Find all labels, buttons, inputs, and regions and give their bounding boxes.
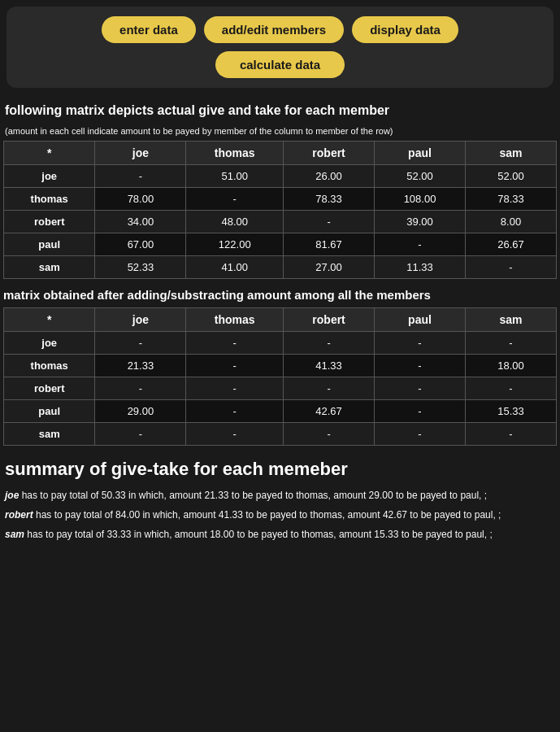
table-cell: - [186,377,284,400]
table-cell: 41.33 [284,355,375,377]
summary-items: joe has to pay total of 50.33 in which, … [5,488,555,542]
table-cell: - [284,423,375,446]
table-cell: 52.33 [95,255,186,278]
table-row: joe----- [4,332,557,355]
table-cell: 48.00 [186,210,284,233]
table-cell: - [375,423,466,446]
table-cell: - [284,210,375,233]
table-cell: joe [4,332,95,355]
table-cell: 67.00 [95,233,186,255]
table-cell: 122.00 [186,233,284,255]
table-cell: 8.00 [465,210,556,233]
table-cell: - [186,187,284,210]
matrix2-col-sam: sam [465,308,556,332]
table-row: thomas21.33-41.33-18.00 [4,355,557,377]
table-cell: paul [4,400,95,423]
matrix2-header-row: * joe thomas robert paul sam [4,308,557,332]
add-edit-members-button[interactable]: add/edit members [204,16,344,43]
table-cell: 18.00 [465,355,556,377]
table-cell: - [465,423,556,446]
matrix1-col-robert: robert [284,141,375,164]
table-cell: - [375,233,466,255]
table-cell: - [95,332,186,355]
summary-item: robert has to pay total of 84.00 in whic… [5,508,555,522]
matrix1-col-paul: paul [375,141,466,164]
table-row: sam52.3341.0027.0011.33- [4,255,557,278]
table-row: paul29.00-42.67-15.33 [4,400,557,423]
table-cell: 39.00 [375,210,466,233]
table-row: joe-51.0026.0052.0052.00 [4,164,557,187]
table-cell: - [186,423,284,446]
summary-title: summary of give-take for each memeber [5,459,555,480]
table-cell: robert [4,210,95,233]
table-cell: - [375,377,466,400]
summary-member-name: sam [5,529,24,540]
table-cell: 51.00 [186,164,284,187]
table-cell: paul [4,233,95,255]
matrix2-col-thomas: thomas [186,308,284,332]
main-content: following matrix depicts actual give and… [0,94,560,555]
table-cell: - [284,332,375,355]
table-cell: robert [4,377,95,400]
display-data-button[interactable]: display data [352,16,458,43]
table-cell: 27.00 [284,255,375,278]
enter-data-button[interactable]: enter data [102,16,196,43]
table-cell: joe [4,164,95,187]
table-cell: 26.00 [284,164,375,187]
table-cell: 78.33 [284,187,375,210]
summary-member-name: joe [5,490,19,501]
matrix2-title: matrix obtained after adding/substractin… [3,287,557,303]
table-cell: - [186,332,284,355]
table-cell: 11.33 [375,255,466,278]
table-cell: - [375,355,466,377]
matrix2-col-robert: robert [284,308,375,332]
table-cell: 52.00 [465,164,556,187]
matrix2-col-paul: paul [375,308,466,332]
matrix2-table: * joe thomas robert paul sam joe-----tho… [3,307,557,446]
summary-section: summary of give-take for each memeber jo… [3,459,557,542]
table-cell: 15.33 [465,400,556,423]
table-cell: - [375,400,466,423]
table-cell: - [465,377,556,400]
table-cell: 26.67 [465,233,556,255]
table-cell: 34.00 [95,210,186,233]
summary-item: joe has to pay total of 50.33 in which, … [5,488,555,503]
table-cell: - [284,377,375,400]
matrix1-col-star: * [4,141,95,164]
table-cell: 78.33 [465,187,556,210]
table-row: sam----- [4,423,557,446]
summary-member-name: robert [5,509,33,521]
table-cell: 29.00 [95,400,186,423]
top-navigation: enter data add/edit members display data… [7,7,553,88]
table-cell: 41.00 [186,255,284,278]
matrix1-title: following matrix depicts actual give and… [3,98,557,124]
table-cell: 81.67 [284,233,375,255]
table-cell: - [95,164,186,187]
table-cell: - [465,255,556,278]
matrix1-table: * joe thomas robert paul sam joe-51.0026… [3,141,557,279]
table-row: robert----- [4,377,557,400]
matrix2-col-joe: joe [95,308,186,332]
table-cell: - [465,332,556,355]
table-cell: sam [4,255,95,278]
table-cell: sam [4,423,95,446]
table-cell: 108.00 [375,187,466,210]
table-cell: 42.67 [284,400,375,423]
matrix1-col-sam: sam [465,141,556,164]
table-cell: - [95,377,186,400]
table-row: paul67.00122.0081.67-26.67 [4,233,557,255]
matrix2-col-star: * [4,308,95,332]
summary-item: sam has to pay total of 33.33 in which, … [5,527,555,542]
matrix1-subtitle: (amount in each cell indicate amount to … [3,124,557,141]
table-cell: - [186,355,284,377]
table-cell: 21.33 [95,355,186,377]
table-cell: 78.00 [95,187,186,210]
matrix1-header-row: * joe thomas robert paul sam [4,141,557,164]
table-cell: thomas [4,187,95,210]
table-row: robert34.0048.00-39.008.00 [4,210,557,233]
table-cell: - [95,423,186,446]
matrix1-col-joe: joe [95,141,186,164]
table-row: thomas78.00-78.33108.0078.33 [4,187,557,210]
table-cell: 52.00 [375,164,466,187]
calculate-data-button[interactable]: calculate data [215,51,345,78]
